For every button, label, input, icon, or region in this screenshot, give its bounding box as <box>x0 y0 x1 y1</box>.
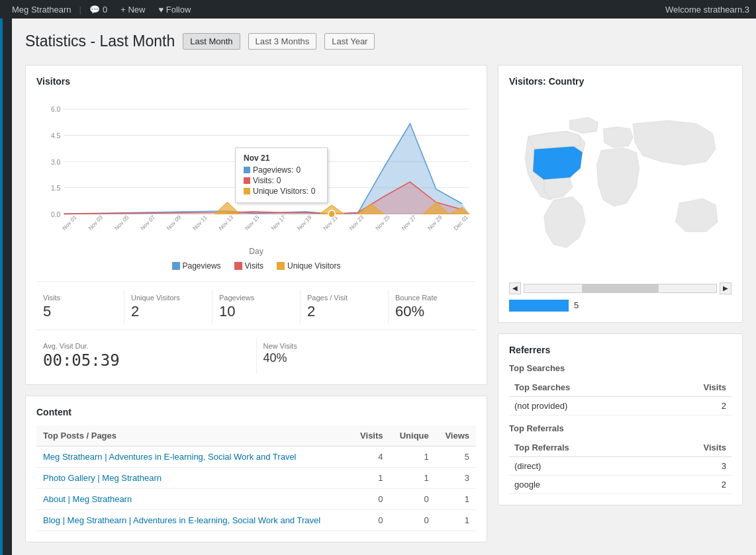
stat-visits-value: 5 <box>43 303 117 320</box>
content-table-header-row: Top Posts / Pages Visits Unique Views <box>36 425 476 447</box>
searches-col-visits: Visits <box>657 378 732 397</box>
row-views: 1 <box>436 509 476 531</box>
row-unique: 0 <box>390 509 436 531</box>
tab-last-month[interactable]: Last Month <box>183 33 240 50</box>
search-term: (not provided) <box>509 396 657 415</box>
col-side: Visitors: Country <box>498 65 743 553</box>
scroll-track[interactable] <box>524 284 717 293</box>
tooltip-pageviews-label: Pageviews: <box>253 165 293 175</box>
col-header-visits: Visits <box>351 425 390 447</box>
comment-count: 0 <box>103 5 107 15</box>
stat-new-visits-value: 40% <box>263 351 470 365</box>
stat-avg-dur-value: 00:05:39 <box>43 351 250 370</box>
pageviews-dot <box>244 167 250 173</box>
comments-link[interactable]: 💬 0 <box>84 0 113 19</box>
row-title: Meg Strathearn | Adventures in E-learnin… <box>36 446 351 467</box>
col-header-page: Top Posts / Pages <box>36 425 351 447</box>
scroll-left-arrow[interactable]: ◀ <box>509 282 521 294</box>
svg-text:Nov 23: Nov 23 <box>348 214 365 232</box>
svg-text:Nov 09: Nov 09 <box>165 214 183 232</box>
col-main: Visitors 6.0 4.5 3.0 <box>25 65 487 553</box>
stat-pageviews-value: 10 <box>219 303 293 320</box>
follow-label: ♥ Follow <box>158 5 191 15</box>
new-button[interactable]: + New <box>115 0 150 19</box>
tooltip-unique-val: 0 <box>311 187 316 196</box>
referral-visits: 3 <box>656 456 732 475</box>
list-item: (not provided)2 <box>509 396 732 415</box>
svg-text:Nov 05: Nov 05 <box>113 214 130 232</box>
referrers-title: Referrers <box>509 345 732 355</box>
chart-tooltip: Nov 21 Pageviews: 0 Visits: 0 <box>235 148 328 203</box>
follow-button[interactable]: ♥ Follow <box>153 0 196 19</box>
content-table: Top Posts / Pages Visits Unique Views Me… <box>36 425 476 531</box>
map-scrollbar: ◀ ▶ <box>509 282 732 294</box>
svg-text:Nov 13: Nov 13 <box>218 214 235 232</box>
referral-term: google <box>509 475 656 493</box>
table-row: Blog | Meg Strathearn | Adventures in E-… <box>36 509 476 531</box>
legend-visits-label: Visits <box>245 261 263 271</box>
content-card-title: Content <box>36 407 476 417</box>
visitors-country-card: Visitors: Country <box>498 65 743 323</box>
tooltip-visits: Visits: 0 <box>244 176 319 185</box>
new-label: + New <box>120 5 145 15</box>
referral-term: (direct) <box>509 456 656 475</box>
unique-dot <box>244 188 250 194</box>
svg-text:Nov 27: Nov 27 <box>401 214 418 232</box>
row-views: 1 <box>436 488 476 509</box>
svg-text:Nov 07: Nov 07 <box>139 214 156 232</box>
svg-text:Nov 15: Nov 15 <box>244 214 261 232</box>
stat-bounce: Bounce Rate 60% <box>389 290 476 324</box>
stat-pages-visit-label: Pages / Visit <box>307 294 381 302</box>
chart-legend: Pageviews Visits Unique Visitors <box>36 261 476 271</box>
row-title-link[interactable]: About | Meg Strathearn <box>43 494 132 504</box>
site-name-link[interactable]: Meg Strathearn <box>7 0 77 19</box>
comment-icon: 💬 <box>89 5 100 15</box>
top-referrals-title: Top Referrals <box>509 423 732 433</box>
row-title-link[interactable]: Meg Strathearn | Adventures in E-learnin… <box>43 452 297 462</box>
searches-col-term: Top Searches <box>509 378 657 397</box>
topbar-left: Meg Strathearn | 💬 0 + New ♥ Follow <box>7 0 196 19</box>
svg-text:Nov 11: Nov 11 <box>191 214 209 232</box>
tooltip-visits-label: Visits: <box>253 176 274 185</box>
tab-last-3-months[interactable]: Last 3 Months <box>248 33 317 50</box>
chart-axis-label: Day <box>36 247 476 256</box>
svg-text:Nov 29: Nov 29 <box>426 214 444 232</box>
referral-visits: 2 <box>656 475 732 493</box>
stat-avg-duration: Avg. Visit Dur. 00:05:39 <box>36 338 257 374</box>
stat-pageviews-label: Pageviews <box>219 294 293 302</box>
scroll-right-arrow[interactable]: ▶ <box>720 282 732 294</box>
svg-text:3.0: 3.0 <box>51 157 60 165</box>
topbar: Meg Strathearn | 💬 0 + New ♥ Follow Welc… <box>0 0 756 19</box>
tooltip-unique: Unique Visitors: 0 <box>244 187 319 196</box>
map-country-bar: 5 <box>509 300 732 312</box>
world-map <box>509 95 732 280</box>
scroll-thumb <box>582 284 659 292</box>
list-item: (direct)3 <box>509 456 732 475</box>
stats-row2: Avg. Visit Dur. 00:05:39 New Visits 40% <box>36 329 476 374</box>
top-referrals-table: Top Referrals Visits (direct)3google2 <box>509 439 732 494</box>
tooltip-date: Nov 21 <box>244 153 319 163</box>
search-visits: 2 <box>657 396 732 415</box>
stat-avg-dur-label: Avg. Visit Dur. <box>43 342 250 350</box>
stat-unique: Unique Visitors 2 <box>124 290 213 324</box>
table-row: Photo Gallery | Meg Strathearn 1 1 3 <box>36 467 476 488</box>
stat-new-visits: New Visits 40% <box>257 338 477 374</box>
svg-text:1.5: 1.5 <box>51 184 60 192</box>
row-title-link[interactable]: Blog | Meg Strathearn | Adventures in E-… <box>43 515 320 525</box>
tab-last-year[interactable]: Last Year <box>324 33 375 50</box>
site-name-text: Meg Strathearn <box>12 5 71 15</box>
svg-text:6.0: 6.0 <box>51 105 60 113</box>
page-header: Statistics - Last Month Last Month Last … <box>25 32 743 52</box>
svg-text:Nov 01: Nov 01 <box>61 214 78 232</box>
row-title: Photo Gallery | Meg Strathearn <box>36 467 351 488</box>
page-title: Statistics - Last Month <box>25 32 175 52</box>
row-title-link[interactable]: Photo Gallery | Meg Strathearn <box>43 473 162 483</box>
visits-dot <box>244 177 250 184</box>
svg-text:Nov 25: Nov 25 <box>374 214 391 232</box>
row-visits: 1 <box>351 467 390 488</box>
stat-unique-label: Unique Visitors <box>131 294 205 302</box>
tooltip-visits-val: 0 <box>277 176 281 185</box>
svg-text:4.5: 4.5 <box>51 132 60 140</box>
visitors-country-title: Visitors: Country <box>509 76 732 87</box>
tooltip-pageviews: Pageviews: 0 <box>244 165 319 175</box>
